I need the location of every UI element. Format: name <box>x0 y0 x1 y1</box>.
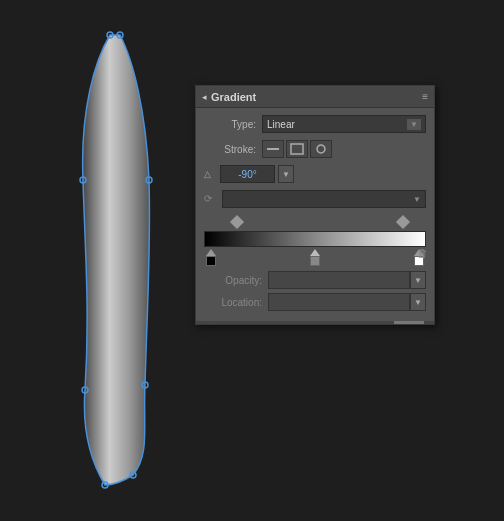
opacity-label: Opacity: <box>204 275 262 286</box>
scroll-indicator <box>196 321 434 324</box>
type-value: Linear <box>267 119 295 130</box>
reverse-dropdown[interactable]: ▼ <box>222 190 426 208</box>
location-row: Location: ▼ <box>204 293 426 311</box>
type-dropdown[interactable]: Linear ▼ <box>262 115 426 133</box>
opacity-input-area: ▼ <box>268 271 426 289</box>
reverse-icon: ⟳ <box>204 193 216 205</box>
curved-shape <box>55 30 175 490</box>
angle-row: △ ▼ <box>204 164 426 184</box>
svg-rect-9 <box>291 144 303 154</box>
midpoint-stops <box>204 215 426 229</box>
midpoint-stop-right[interactable] <box>396 215 410 229</box>
angle-icon: △ <box>204 169 216 179</box>
stroke-btn-1[interactable] <box>262 140 284 158</box>
panel-content: Type: Linear ▼ Stroke: <box>196 108 434 321</box>
delete-stop-button[interactable]: 🗑 <box>417 247 428 259</box>
location-input-area: ▼ <box>268 293 426 311</box>
canvas: ◂ Gradient ≡ Type: Linear ▼ Stroke: <box>0 0 504 521</box>
type-row: Type: Linear ▼ <box>204 114 426 134</box>
type-label: Type: <box>204 119 256 130</box>
color-stops-row: 🗑 <box>204 249 426 267</box>
location-input[interactable] <box>268 293 410 311</box>
stroke-label: Stroke: <box>204 144 256 155</box>
color-stop-mid[interactable] <box>310 249 320 266</box>
opacity-dropdown-arrow[interactable]: ▼ <box>410 271 426 289</box>
reverse-row: ⟳ ▼ <box>204 189 426 209</box>
angle-dropdown-arrow[interactable]: ▼ <box>278 165 294 183</box>
scroll-thumb[interactable] <box>394 321 424 324</box>
panel-menu-icon[interactable]: ≡ <box>422 91 428 102</box>
reverse-arrow: ▼ <box>413 195 421 204</box>
svg-point-10 <box>317 145 325 153</box>
location-dropdown-arrow[interactable]: ▼ <box>410 293 426 311</box>
panel-header: ◂ Gradient ≡ <box>196 86 434 108</box>
panel-title: Gradient <box>211 91 256 103</box>
color-stop-black[interactable] <box>206 249 216 266</box>
svg-rect-8 <box>267 148 279 150</box>
opacity-row: Opacity: ▼ <box>204 271 426 289</box>
stroke-row: Stroke: <box>204 139 426 159</box>
gradient-bar[interactable] <box>204 231 426 247</box>
gradient-slider-area: 🗑 <box>204 215 426 267</box>
stroke-btn-3[interactable] <box>310 140 332 158</box>
location-label: Location: <box>204 297 262 308</box>
stroke-buttons <box>262 140 332 158</box>
gradient-panel: ◂ Gradient ≡ Type: Linear ▼ Stroke: <box>195 85 435 325</box>
midpoint-stop-left[interactable] <box>230 215 244 229</box>
stroke-btn-2[interactable] <box>286 140 308 158</box>
type-dropdown-arrow: ▼ <box>407 119 421 130</box>
opacity-input[interactable] <box>268 271 410 289</box>
panel-collapse-icon[interactable]: ◂ <box>202 92 207 102</box>
angle-input[interactable] <box>220 165 275 183</box>
